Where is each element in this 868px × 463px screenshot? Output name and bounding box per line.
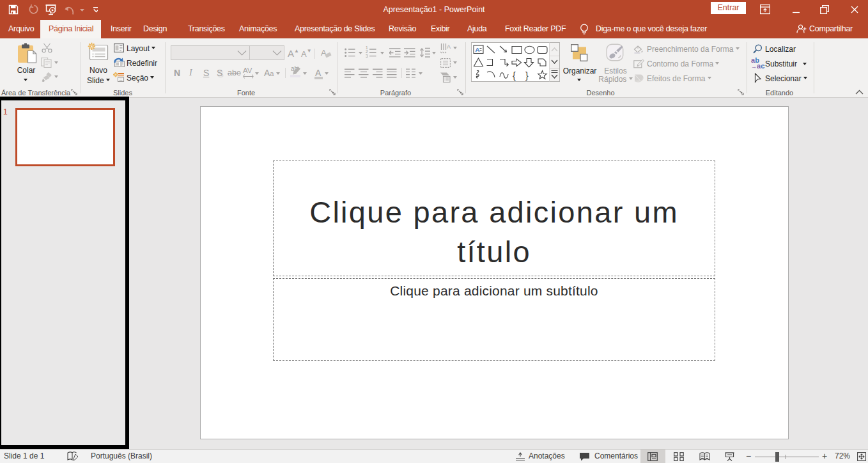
svg-text:{: { xyxy=(513,70,516,81)
svg-text:}: } xyxy=(525,70,529,81)
svg-text:A: A xyxy=(447,43,451,50)
svg-text:A: A xyxy=(476,46,480,53)
